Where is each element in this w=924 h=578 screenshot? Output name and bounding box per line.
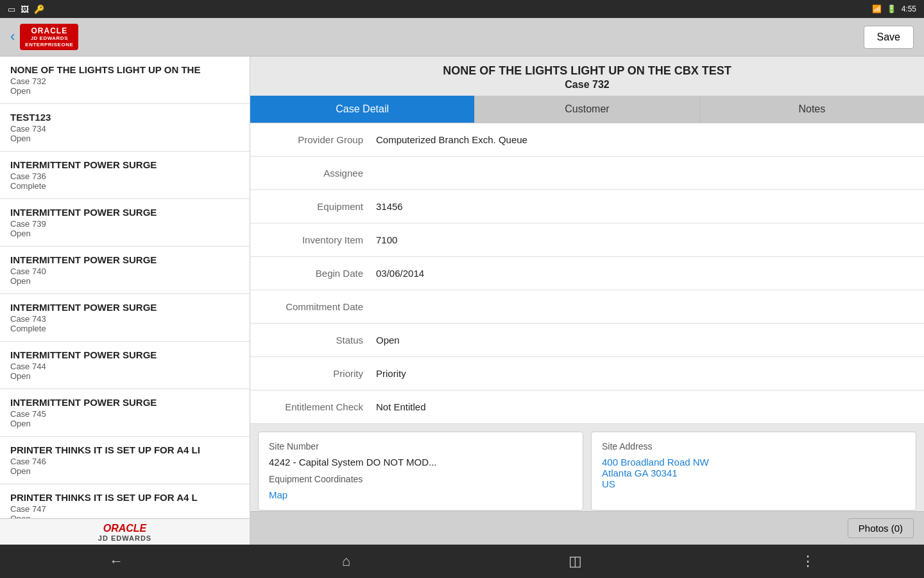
list-item-case: Case 740 [10,267,239,276]
detail-field-value: Not Entitled [376,401,426,412]
detail-field-label: Provider Group [261,134,376,145]
photos-button[interactable]: Photos (0) [848,518,914,538]
list-item[interactable]: INTERMITTENT POWER SURGE Case 739 Open [0,199,250,247]
detail-row: Status Open [250,324,924,357]
detail-fields: Provider Group Computerized Branch Exch.… [250,123,924,424]
list-item[interactable]: TEST123 Case 734 Open [0,104,250,152]
wifi-icon: 📶 [872,4,882,13]
detail-field-label: Equipment [261,201,376,212]
status-bar-left: ▭ 🖼 🔑 [8,4,44,14]
oracle-logo-text: ORACLE [31,26,67,35]
detail-field-label: Assignee [261,168,376,179]
screen-icon: ▭ [8,4,15,14]
list-item-case: Case 743 [10,314,239,324]
detail-row: Assignee [250,157,924,190]
site-address-line3[interactable]: US [602,478,905,489]
site-address-label: Site Address [602,441,905,451]
detail-field-value: Priority [376,368,406,379]
list-item[interactable]: INTERMITTENT POWER SURGE Case 744 Open [0,342,250,389]
list-item-status: Open [10,466,239,476]
list-item-case: Case 734 [10,124,239,134]
list-item-status: Open [10,371,239,381]
tab-customer[interactable]: Customer [475,96,699,123]
detail-field-label: Priority [261,368,376,379]
back-nav-icon[interactable]: ← [109,553,123,570]
save-button[interactable]: Save [864,26,914,49]
list-item-case: Case 736 [10,171,239,181]
detail-field-value: 7100 [376,234,397,245]
list-item-status: Open [10,134,239,143]
oracle-logo: ORACLE JD EDWARDS ENTERPRISEONE [20,24,78,51]
photos-bar: Photos (0) [250,511,924,545]
list-item[interactable]: PRINTER THINKS IT IS SET UP FOR A4 LI Ca… [0,437,250,484]
detail-field-value: Computerized Branch Exch. Queue [376,134,527,145]
list-item-status: Open [10,276,239,286]
detail-panel: NONE OF THE LIGHTS LIGHT UP ON THE CBX T… [250,57,924,545]
detail-row: Inventory Item 7100 [250,223,924,257]
status-bar: ▭ 🖼 🔑 📶 🔋 4:55 [0,0,924,18]
list-item-title: PRINTER THINKS IT IS SET UP FOR A4 LI [10,444,239,455]
site-address-card: Site Address 400 Broadland Road NW Atlan… [591,432,916,511]
list-item-case: Case 732 [10,76,239,86]
tab-case-detail[interactable]: Case Detail [250,96,475,123]
detail-row: Commitment Date [250,290,924,324]
oracle-logo-subtitle: JD EDWARDS [31,35,68,42]
top-bar: ‹ ORACLE JD EDWARDS ENTERPRISEONE Save [0,18,924,57]
list-item-status: Open [10,86,239,96]
detail-field-value: Open [376,335,400,346]
sidebar-list: NONE OF THE LIGHTS LIGHT UP ON THE Case … [0,57,250,532]
more-nav-icon[interactable]: ⋮ [801,553,815,570]
list-item-title: INTERMITTENT POWER SURGE [10,397,239,408]
list-item-status: Complete [10,181,239,191]
equipment-coordinates-label: Equipment Coordinates [269,474,572,484]
main-layout: NONE OF THE LIGHTS LIGHT UP ON THE Case … [0,57,924,545]
list-item-case: Case 747 [10,504,239,514]
home-nav-icon[interactable]: ⌂ [342,553,350,570]
key-icon: 🔑 [34,4,44,14]
site-address-line1[interactable]: 400 Broadland Road NW [602,457,905,468]
list-item-case: Case 746 [10,457,239,466]
detail-row: Begin Date 03/06/2014 [250,257,924,290]
oracle-footer-sub: JD EDWARDS [0,534,250,542]
clock: 4:55 [902,4,916,13]
list-item-title: NONE OF THE LIGHTS LIGHT UP ON THE [10,64,239,75]
battery-icon: 🔋 [887,4,896,13]
list-item[interactable]: INTERMITTENT POWER SURGE Case 740 Open [0,247,250,294]
list-item-case: Case 744 [10,362,239,371]
list-item-title: INTERMITTENT POWER SURGE [10,159,239,170]
list-item-title: INTERMITTENT POWER SURGE [10,254,239,265]
map-link[interactable]: Map [269,489,287,500]
detail-header-title: NONE OF THE LIGHTS LIGHT UP ON THE CBX T… [261,64,914,78]
bottom-nav: ← ⌂ ◫ ⋮ [0,545,924,578]
list-item-status: Open [10,419,239,428]
list-item[interactable]: INTERMITTENT POWER SURGE Case 745 Open [0,389,250,437]
detail-row: Priority Priority [250,357,924,390]
site-number-card: Site Number 4242 - Capital System DO NOT… [258,432,583,511]
list-item-title: INTERMITTENT POWER SURGE [10,302,239,313]
list-item-title: TEST123 [10,112,239,123]
sidebar: NONE OF THE LIGHTS LIGHT UP ON THE Case … [0,57,250,545]
detail-field-label: Commitment Date [261,301,376,312]
detail-field-label: Entitlement Check [261,401,376,412]
detail-field-label: Inventory Item [261,234,376,245]
recents-nav-icon[interactable]: ◫ [569,553,582,570]
oracle-footer-logo: ORACLE [0,523,250,534]
back-button[interactable]: ‹ [10,28,15,45]
detail-row: Equipment 31456 [250,190,924,223]
status-bar-right: 📶 🔋 4:55 [872,4,916,13]
detail-content: Provider Group Computerized Branch Exch.… [250,123,924,511]
oracle-logo-subtitle2: ENTERPRISEONE [25,42,73,48]
list-item[interactable]: INTERMITTENT POWER SURGE Case 743 Comple… [0,294,250,342]
list-item-title: PRINTER THINKS IT IS SET UP FOR A4 L [10,492,239,503]
detail-field-label: Begin Date [261,268,376,279]
site-address-line2[interactable]: Atlanta GA 30341 [602,468,905,478]
image-icon: 🖼 [21,4,29,14]
list-item-status: Complete [10,324,239,333]
list-item[interactable]: INTERMITTENT POWER SURGE Case 736 Comple… [0,152,250,199]
list-item-title: INTERMITTENT POWER SURGE [10,207,239,218]
list-item[interactable]: NONE OF THE LIGHTS LIGHT UP ON THE Case … [0,57,250,104]
site-number-label: Site Number [269,441,572,451]
detail-field-value: 31456 [376,201,403,212]
list-item-case: Case 739 [10,219,239,229]
tab-notes[interactable]: Notes [700,96,924,123]
